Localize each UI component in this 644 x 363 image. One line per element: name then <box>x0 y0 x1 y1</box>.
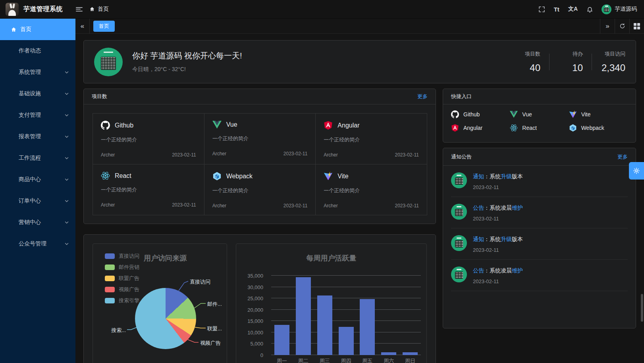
shortcut-react[interactable]: React <box>510 124 569 132</box>
project-card-vite[interactable]: Vite 一个正经的简介 Archer 2023-02-11 <box>315 164 427 215</box>
bar-周一[interactable] <box>274 325 289 355</box>
projects-card: 项目数 更多 Github 一个正经的简介 Archer <box>83 89 436 224</box>
notice-item[interactable]: 通知：系统升级版本 2023-02-11 <box>451 166 628 197</box>
sidebar-item-marketing[interactable]: 营销中心 <box>0 212 75 233</box>
notification-bell-icon[interactable] <box>582 0 598 19</box>
pie-leader-lines <box>93 244 228 363</box>
notice-date: 2023-02-11 <box>473 184 523 190</box>
tab-menu-button[interactable] <box>629 19 644 34</box>
sidebar-item-label: 支付管理 <box>19 112 41 119</box>
greeting-avatar <box>94 48 123 76</box>
sidebar-item-orders[interactable]: 订单中心 <box>0 190 75 212</box>
chevron-down-icon <box>64 156 69 160</box>
bar-周日[interactable] <box>403 352 418 355</box>
sidebar-item-label: 营销中心 <box>19 219 41 226</box>
sidebar-item-infrastructure[interactable]: 基础设施 <box>0 83 75 104</box>
notice-item[interactable]: 公告：系统凌晨维护 2023-02-11 <box>451 260 628 291</box>
breadcrumb[interactable]: 首页 <box>89 6 109 13</box>
bar-周五[interactable] <box>360 299 375 355</box>
theme-settings-button[interactable] <box>629 162 644 180</box>
notice-item[interactable]: 公告：系统凌晨维护 2023-02-11 <box>451 197 628 228</box>
shortcut-label: Vue <box>522 111 532 118</box>
project-author: Archer <box>101 202 115 208</box>
notice-date: 2023-02-11 <box>473 278 523 284</box>
bar-周二[interactable] <box>296 277 311 355</box>
sidebar-item-wechat-official[interactable]: 公众号管理 <box>0 233 75 255</box>
fullscreen-icon[interactable] <box>534 0 550 19</box>
username[interactable]: 芋道源码 <box>615 6 637 13</box>
shortcut-vue[interactable]: Vue <box>510 110 569 118</box>
main-content: 你好 芋道源码 祝你开心每一天! 今日晴，20°C - 32°C! 项目数 40… <box>75 34 644 363</box>
sidebar-item-label: 商品中心 <box>19 176 41 183</box>
font-size-icon[interactable]: Tt <box>550 0 564 19</box>
expand-tabs-button[interactable]: » <box>600 19 615 34</box>
notice-item[interactable]: 通知：系统升级版本 2023-02-11 <box>451 228 628 260</box>
vue-icon <box>212 121 222 129</box>
sidebar-item-reports[interactable]: 报表管理 <box>0 126 75 147</box>
project-card-angular[interactable]: Angular 一个正经的简介 Archer 2023-02-11 <box>315 113 427 164</box>
github-icon <box>101 121 110 130</box>
scrollbar-thumb[interactable] <box>641 294 643 322</box>
notice-avatar <box>451 204 467 220</box>
collapse-tabs-button[interactable]: « <box>75 19 90 34</box>
project-author: Archer <box>324 152 337 158</box>
project-card-react[interactable]: React 一个正经的简介 Archer 2023-02-11 <box>93 164 204 215</box>
bar-周三[interactable] <box>317 295 332 355</box>
project-card-vue[interactable]: Vue 一个正经的简介 Archer 2023-02-11 <box>204 113 316 164</box>
webpack-icon <box>212 172 222 181</box>
breadcrumb-label: 首页 <box>98 6 109 13</box>
stat-value: 40 <box>516 62 540 73</box>
menu-fold-icon[interactable] <box>71 0 87 19</box>
project-card-github[interactable]: Github 一个正经的简介 Archer 2023-02-11 <box>93 113 204 164</box>
bar-x-axis-labels: 周一周二周三周四周五周六周日 <box>271 357 421 363</box>
shortcut-webpack[interactable]: Webpack <box>569 124 628 132</box>
project-author: Archer <box>212 203 226 209</box>
sidebar-item-workflow[interactable]: 工作流程 <box>0 147 75 169</box>
stat-label: 项目访问 <box>601 50 625 58</box>
x-tick-label: 周三 <box>314 357 335 363</box>
chevron-down-icon <box>64 199 69 203</box>
bar-chart-plot[interactable] <box>271 276 421 355</box>
projects-more-link[interactable]: 更多 <box>417 93 428 100</box>
bar-chart-title: 每周用户活跃量 <box>236 253 426 263</box>
project-desc: 一个正经的简介 <box>101 186 196 193</box>
user-avatar[interactable] <box>602 4 611 14</box>
shortcut-angular[interactable]: Angular <box>451 124 510 132</box>
app-title: 芋道管理系统 <box>23 5 63 14</box>
sidebar-item-products[interactable]: 商品中心 <box>0 169 75 190</box>
home-icon <box>89 6 95 12</box>
project-desc: 一个正经的简介 <box>212 135 308 142</box>
bar-周六[interactable] <box>381 352 396 355</box>
sidebar-item-author-news[interactable]: 作者动态 <box>0 40 75 62</box>
project-author: Archer <box>324 203 337 209</box>
notice-avatar <box>451 266 467 282</box>
refresh-button[interactable] <box>615 19 629 34</box>
language-icon[interactable]: 文A <box>564 0 582 19</box>
project-name: Webpack <box>226 173 253 180</box>
chevron-down-icon <box>64 91 69 96</box>
sidebar-item-system[interactable]: 系统管理 <box>0 62 75 83</box>
y-tick-label: 30,000 <box>247 284 263 290</box>
sidebar-item-label: 报表管理 <box>19 133 41 140</box>
shortcut-vite[interactable]: Vite <box>569 110 628 118</box>
notices-more-link[interactable]: 更多 <box>617 153 628 160</box>
chevron-down-icon <box>64 177 69 182</box>
sidebar-item-home[interactable]: 首页 <box>0 19 75 40</box>
vite-icon <box>324 172 333 181</box>
shortcut-github[interactable]: Github <box>451 110 510 118</box>
bar-周四[interactable] <box>339 327 354 355</box>
app-logo <box>6 3 19 16</box>
bar-y-axis-labels: 05,00010,00015,00020,00025,00030,00035,0… <box>236 276 267 355</box>
sidebar-item-payment[interactable]: 支付管理 <box>0 104 75 126</box>
project-date: 2023-02-11 <box>395 152 419 158</box>
x-tick-label: 周二 <box>293 357 314 363</box>
notice-title: 通知：系统升级版本 <box>473 236 523 243</box>
tab-home[interactable]: 首页 <box>93 21 115 32</box>
tabs-bar: « 首页 » <box>75 19 644 34</box>
project-card-webpack[interactable]: Webpack 一个正经的简介 Archer 2023-02-11 <box>204 164 316 215</box>
y-tick-label: 20,000 <box>247 307 263 313</box>
notices-card: 通知公告 更多 通知：系统升级版本 2023-02-11 公告： <box>443 148 636 328</box>
charts-card: 用户访问来源 直接访问 邮件营销 联盟广告 视频广告 搜索引擎 <box>83 234 436 363</box>
pie-chart-panel: 用户访问来源 直接访问 邮件营销 联盟广告 视频广告 搜索引擎 <box>93 243 227 363</box>
project-desc: 一个正经的简介 <box>212 187 308 194</box>
